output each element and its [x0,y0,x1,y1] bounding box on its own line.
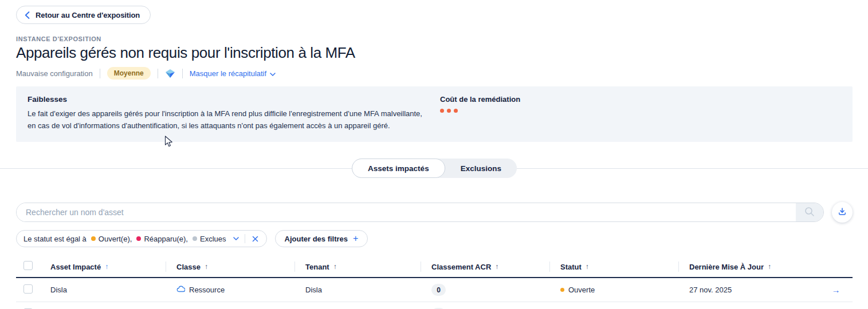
acr-badge: 0 [431,284,446,296]
sort-asc-icon[interactable]: ↑ [768,263,771,271]
filter-chip-text: Le statut est égal à Ouvert(e), Réapparu… [23,235,226,243]
toggle-summary-link[interactable]: Masquer le récapitulatif [190,69,276,78]
remediation-cost-section: Coût de la remédiation [440,95,520,132]
search-button[interactable] [796,203,823,221]
sort-asc-icon[interactable]: ↑ [586,263,589,271]
weaknesses-text: Le fait d'exiger des appareils gérés pou… [28,108,429,132]
column-header-statut[interactable]: Statut ↑ [560,262,679,272]
filter-prefix: Le statut est égal à [23,235,87,243]
search-row [16,202,853,223]
back-button[interactable]: Retour au Centre d'exposition [16,6,151,24]
tenant-label: Disla [305,286,431,294]
search-input[interactable] [17,203,796,221]
sort-asc-icon[interactable]: ↑ [205,263,208,271]
chevron-down-icon[interactable] [233,237,239,240]
filter-value: Exclues [200,235,226,243]
add-filters-button[interactable]: Ajouter des filtres + [275,230,368,247]
category-label: Mauvaise configuration [16,69,93,78]
column-label: Dernière Mise À Jour [689,263,764,271]
plus-icon: + [353,233,358,244]
table-row[interactable]: Disla Ressource Disla 0 Ouverte 27 nov. … [16,278,853,302]
sort-asc-icon[interactable]: ↑ [333,263,337,271]
remediation-cost-indicator [440,109,520,113]
tab-label: Exclusions [461,164,501,173]
status-reappeared-dot [136,236,141,241]
column-label: Classe [176,263,201,271]
eyebrow-label: INSTANCE D'EXPOSITION [16,35,853,42]
tab-exclusions[interactable]: Exclusions [445,159,517,178]
table-header: Asset Impacté ↑ Classe ↑ Tenant ↑ Classe… [16,256,853,278]
filter-value: Réapparu(e), [144,235,188,243]
column-label: Statut [560,263,582,271]
summary-panel: Faiblesses Le fait d'exiger des appareil… [16,86,853,142]
status-open-dot [91,236,96,241]
column-label: Asset Impacté [50,263,101,271]
cost-dot [440,109,444,113]
divider [182,69,183,78]
meta-row: Mauvaise configuration Moyenne Masquer l… [16,67,853,80]
column-label: Tenant [305,263,329,271]
select-all-checkbox[interactable] [23,261,33,270]
status-open-dot [560,288,564,292]
remove-filter-button[interactable] [251,236,260,242]
divider [158,69,158,78]
weaknesses-title: Faiblesses [28,95,429,104]
status-label: Ouverte [568,286,595,294]
severity-badge: Moyenne [107,67,151,80]
column-header-acr[interactable]: Classement ACR ↑ [431,262,550,272]
sort-asc-icon[interactable]: ↑ [495,263,498,271]
column-header-updated[interactable]: Dernière Mise À Jour ↑ [689,262,819,272]
filter-value: Ouvert(e), [99,235,132,243]
tab-assets-impactes[interactable]: Assets impactés [352,159,445,178]
toggle-summary-label: Masquer le récapitulatif [190,69,266,78]
filter-row: Le statut est égal à Ouvert(e), Réapparu… [16,230,853,247]
search-icon [804,207,815,219]
column-label: Classement ACR [431,263,491,271]
open-row-arrow[interactable]: → [819,285,853,295]
gem-icon [165,69,175,78]
assets-table: Asset Impacté ↑ Classe ↑ Tenant ↑ Classe… [16,256,853,309]
export-button[interactable] [832,202,853,223]
chevron-left-icon [25,11,30,19]
row-checkbox[interactable] [23,284,33,294]
chevron-down-icon [270,69,276,78]
cost-dot [447,109,451,113]
topbar: Retour au Centre d'exposition [16,0,853,24]
add-filters-label: Ajouter des filtres [285,235,348,243]
column-header-tenant[interactable]: Tenant ↑ [305,262,421,272]
search-bar [16,203,824,222]
tab-label: Assets impactés [368,164,429,173]
cost-dot [454,109,458,113]
tabs-row: Assets impactés Exclusions [16,159,853,178]
back-button-label: Retour au Centre d'exposition [36,11,140,19]
table-row[interactable]: T.ID demo 5 Ressource T.ID demo 5 0 Ouve… [16,302,853,309]
page-title: Appareils gérés non requis pour l'inscri… [16,44,853,62]
asset-name: Disla [50,286,176,294]
divider [100,69,100,78]
status-filter-chip[interactable]: Le statut est égal à Ouvert(e), Réapparu… [16,230,267,247]
download-icon [837,207,847,219]
column-header-asset[interactable]: Asset Impacté ↑ [50,262,166,272]
weaknesses-section: Faiblesses Le fait d'exiger des appareil… [28,95,429,132]
remediation-cost-title: Coût de la remédiation [440,95,520,104]
cloud-icon [176,286,185,294]
updated-label: 27 nov. 2025 [689,286,819,294]
status-excluded-dot [193,236,197,241]
sort-asc-icon[interactable]: ↑ [105,263,108,271]
divider [245,234,245,243]
exposure-instance-page: Retour au Centre d'exposition INSTANCE D… [0,0,868,309]
column-header-classe[interactable]: Classe ↑ [176,262,295,272]
classe-label: Ressource [189,286,225,294]
tabs: Assets impactés Exclusions [352,159,517,178]
